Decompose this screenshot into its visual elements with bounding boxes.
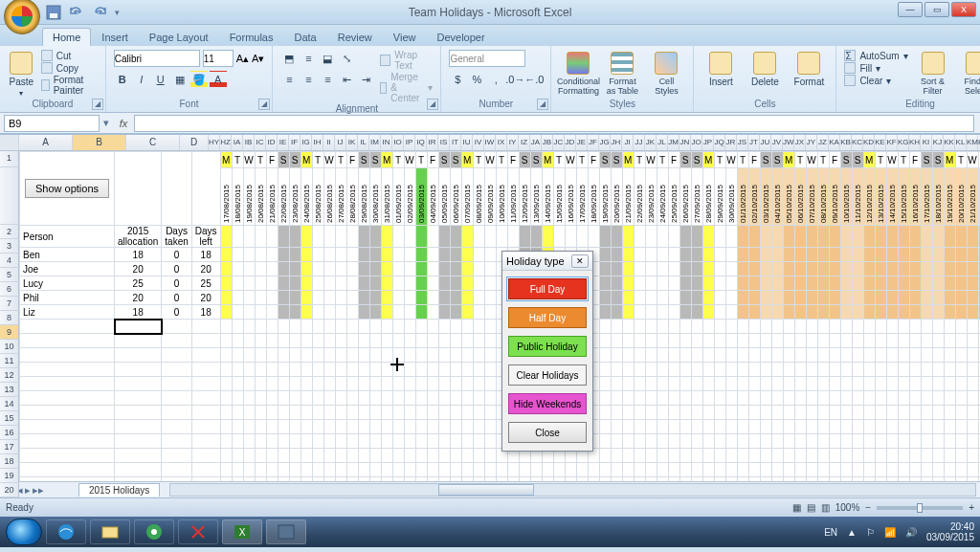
col-header[interactable]: JC <box>553 135 565 150</box>
col-header[interactable]: D <box>180 135 209 150</box>
shrink-font-icon[interactable]: A▾ <box>252 53 264 65</box>
align-right-icon[interactable]: ≡ <box>319 71 336 88</box>
col-header[interactable]: KB <box>840 135 852 150</box>
[interactable] <box>115 406 162 420</box>
col-header[interactable]: IH <box>312 135 323 150</box>
tab-last-icon[interactable]: ▸▸ <box>33 484 44 497</box>
taskbar-explorer-icon[interactable] <box>90 519 130 544</box>
col-header[interactable]: IB <box>243 135 255 150</box>
comma-icon[interactable]: , <box>487 71 504 88</box>
col-header[interactable]: JJ <box>634 135 645 150</box>
zoom-in-icon[interactable]: + <box>969 502 974 513</box>
start-button[interactable] <box>6 519 42 545</box>
full-day-button[interactable]: Full Day <box>508 278 587 299</box>
col-header[interactable]: C <box>126 135 180 150</box>
col-header[interactable]: IG <box>301 135 312 150</box>
col-header[interactable]: JS <box>737 135 748 150</box>
row-header[interactable]: 9 <box>0 325 19 340</box>
cell-styles-button[interactable]: Cell Styles <box>647 50 685 96</box>
row-header[interactable]: 15 <box>0 411 19 426</box>
row-header[interactable]: 18 <box>0 454 19 469</box>
tab-home[interactable]: Home <box>42 28 91 46</box>
zoom-level[interactable]: 100% <box>835 502 860 513</box>
col-header[interactable]: JZ <box>817 135 829 150</box>
col-header[interactable]: IY <box>507 135 519 150</box>
col-header[interactable]: JP <box>702 135 714 150</box>
col-header[interactable]: JL <box>657 135 668 150</box>
maximize-button[interactable]: ▭ <box>924 2 949 17</box>
col-header[interactable]: KK <box>944 135 955 150</box>
col-header[interactable]: JO <box>691 135 702 150</box>
name-box[interactable]: B9 <box>4 115 100 132</box>
fx-icon[interactable]: fx <box>113 118 134 129</box>
view-page-layout-icon[interactable]: ▤ <box>807 502 815 513</box>
tab-formulas[interactable]: Formulas <box>219 28 284 46</box>
format-as-table-button[interactable]: Format as Table <box>603 50 641 96</box>
italic-button[interactable]: I <box>133 71 150 88</box>
autosum-button[interactable]: ΣAutoSum ▾ <box>844 50 907 61</box>
tray-clock[interactable]: 20:4003/09/2015 <box>926 521 974 542</box>
col-header[interactable]: IM <box>369 135 381 150</box>
sort-filter-button[interactable]: Sort & Filter <box>914 50 952 96</box>
tray-flag-icon[interactable]: ▲ <box>847 527 857 538</box>
tab-data[interactable]: Data <box>283 28 326 46</box>
col-header[interactable]: JA <box>530 135 542 150</box>
taskbar-snip-icon[interactable] <box>178 519 218 544</box>
save-icon[interactable] <box>46 5 61 20</box>
row-header[interactable]: 10 <box>0 340 19 354</box>
col-header[interactable]: IQ <box>415 135 427 150</box>
col-header[interactable]: HZ <box>220 135 232 150</box>
col-header[interactable]: JF <box>588 135 599 150</box>
col-header[interactable]: JI <box>622 135 634 150</box>
tab-developer[interactable]: Developer <box>426 28 495 46</box>
col-header[interactable]: KH <box>909 135 921 150</box>
row-header[interactable]: 8 <box>0 311 19 325</box>
col-header[interactable]: JY <box>806 135 817 150</box>
view-page-break-icon[interactable]: ▥ <box>821 502 830 513</box>
alignment-launcher[interactable]: ◢ <box>427 99 438 110</box>
wrap-text-button[interactable]: Wrap Text <box>380 50 433 71</box>
number-launcher[interactable]: ◢ <box>537 99 548 110</box>
col-header[interactable]: IC <box>255 135 266 150</box>
tray-network-icon[interactable]: 📶 <box>884 527 896 538</box>
col-header[interactable]: JR <box>725 135 737 150</box>
row-header[interactable]: 14 <box>0 397 19 411</box>
col-header[interactable]: IN <box>381 135 392 150</box>
col-header[interactable]: IP <box>404 135 415 150</box>
col-header[interactable]: JH <box>611 135 622 150</box>
tab-review[interactable]: Review <box>327 28 383 46</box>
col-header[interactable]: KG <box>898 135 909 150</box>
clear-button[interactable]: Clear ▾ <box>844 75 907 86</box>
orientation-icon[interactable]: ⤡ <box>338 50 355 67</box>
row-header[interactable]: 17 <box>0 440 19 454</box>
increase-indent-icon[interactable]: ⇥ <box>357 71 374 88</box>
row-header[interactable]: 19 <box>0 469 19 483</box>
[interactable] <box>115 449 162 463</box>
col-header[interactable]: A <box>19 135 73 150</box>
font-name-input[interactable] <box>114 50 200 67</box>
show-options-button[interactable]: Show options <box>25 179 109 198</box>
col-header[interactable]: JQ <box>714 135 725 150</box>
col-header[interactable]: JN <box>679 135 691 150</box>
col-header[interactable]: KL <box>955 135 967 150</box>
col-header[interactable]: IZ <box>519 135 530 150</box>
border-button[interactable]: ▦ <box>171 71 189 88</box>
row-header[interactable]: 6 <box>0 282 19 297</box>
format-cells-button[interactable]: Format <box>790 50 828 87</box>
taskbar-window[interactable] <box>266 519 306 544</box>
sheet-tab[interactable]: 2015 Holidays <box>78 483 160 497</box>
col-header[interactable]: IR <box>427 135 438 150</box>
col-header[interactable]: KJ <box>932 135 944 150</box>
[interactable] <box>115 334 162 348</box>
tab-insert[interactable]: Insert <box>91 28 139 46</box>
font-color-button[interactable]: A <box>210 71 227 88</box>
percent-icon[interactable]: % <box>468 71 485 88</box>
col-header[interactable]: IO <box>392 135 404 150</box>
col-header[interactable]: IE <box>278 135 289 150</box>
worksheet-area[interactable]: ABCDHYHZIAIBICIDIEIFIGIHIIIJIKILIMINIOIP… <box>0 134 980 497</box>
bold-button[interactable]: B <box>114 71 131 88</box>
col-header[interactable]: KE <box>875 135 886 150</box>
font-launcher[interactable]: ◢ <box>258 99 270 110</box>
row-header[interactable]: 3 <box>0 239 19 254</box>
[interactable] <box>115 377 162 391</box>
